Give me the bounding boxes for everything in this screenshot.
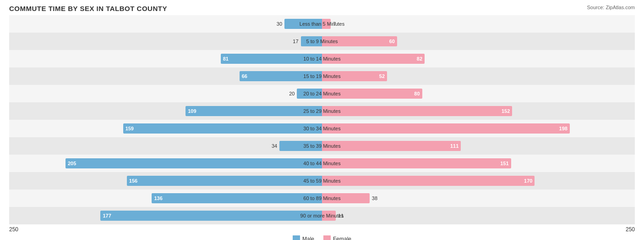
legend-female-box (323, 235, 331, 240)
left-section: 66 (9, 67, 322, 85)
axis-left: 250 (9, 226, 18, 233)
female-value: 80 (412, 91, 422, 96)
male-value: 30 (277, 21, 282, 27)
row-label: 90 or more Minutes (300, 213, 344, 218)
male-value: 34 (272, 143, 277, 149)
right-section: 60 (322, 33, 635, 50)
left-section: 30 (9, 15, 322, 33)
right-section: 152 (322, 102, 635, 120)
table-row: 30 Less than 5 Minutes 7 (9, 15, 635, 33)
row-label: 10 to 14 Minutes (303, 56, 340, 61)
chart-area: 30 Less than 5 Minutes 7 17 5 to 9 Minut… (9, 15, 635, 207)
female-value: 38 (372, 195, 377, 201)
row-label: 15 to 19 Minutes (303, 73, 340, 79)
male-bar: 156 (127, 176, 322, 186)
female-value: 152 (499, 108, 512, 114)
table-row: 81 10 to 14 Minutes 82 (9, 50, 635, 67)
left-section: 159 (9, 120, 322, 137)
table-row: 109 25 to 29 Minutes 152 (9, 102, 635, 120)
chart-container: COMMUTE TIME BY SEX IN TALBOT COUNTY Sou… (0, 0, 644, 240)
female-value: 198 (557, 126, 570, 131)
right-section: 170 (322, 172, 635, 190)
right-section: 111 (322, 137, 635, 155)
female-value: 52 (377, 73, 387, 79)
chart-title: COMMUTE TIME BY SEX IN TALBOT COUNTY (9, 5, 635, 12)
male-value: 159 (123, 126, 136, 131)
legend-male-label: Male (302, 236, 314, 240)
legend: Male Female (9, 235, 635, 240)
source-text: Source: ZipAtlas.com (587, 5, 635, 10)
male-value: 156 (127, 178, 140, 184)
male-bar: 205 (65, 158, 322, 168)
row-label: 30 to 34 Minutes (303, 126, 340, 131)
female-value: 111 (448, 143, 461, 149)
male-bar: 136 (152, 193, 322, 203)
table-row: 156 45 to 59 Minutes 170 (9, 172, 635, 190)
table-row: 136 60 to 89 Minutes 38 (9, 190, 635, 207)
female-bar: 170 (322, 176, 535, 186)
table-row: 205 40 to 44 Minutes 151 (9, 155, 635, 172)
right-section: 38 (322, 190, 635, 207)
row-label: 25 to 29 Minutes (303, 108, 340, 114)
left-section: 205 (9, 155, 322, 172)
table-row: 17 5 to 9 Minutes 60 (9, 33, 635, 50)
axis-right: 250 (626, 226, 635, 233)
male-value: 17 (293, 39, 298, 44)
left-section: 81 (9, 50, 322, 67)
row-label: 60 to 89 Minutes (303, 195, 340, 201)
row-label: Less than 5 Minutes (300, 21, 344, 27)
male-value: 81 (221, 56, 231, 61)
male-value: 109 (186, 108, 198, 114)
row-label: 20 to 24 Minutes (303, 91, 340, 96)
left-section: 109 (9, 102, 322, 120)
right-section: 82 (322, 50, 635, 67)
right-section: 80 (322, 85, 635, 102)
left-section: 17 (9, 33, 322, 50)
left-section: 20 (9, 85, 322, 102)
right-section: 11 (322, 207, 635, 224)
left-section: 136 (9, 190, 322, 207)
female-value: 82 (415, 56, 425, 61)
bars-wrapper: 30 Less than 5 Minutes 7 17 5 to 9 Minut… (9, 15, 635, 224)
axis-row: 250 250 (9, 226, 635, 233)
female-bar: 198 (322, 123, 570, 134)
legend-female: Female (323, 235, 351, 240)
legend-female-label: Female (333, 236, 351, 240)
left-section: 177 (9, 207, 322, 224)
left-section: 34 (9, 137, 322, 155)
table-row: 20 20 to 24 Minutes 80 (9, 85, 635, 102)
right-section: 7 (322, 15, 635, 33)
legend-male-box (293, 235, 300, 240)
right-section: 52 (322, 67, 635, 85)
female-bar: 151 (322, 158, 511, 168)
table-row: 34 35 to 39 Minutes 111 (9, 137, 635, 155)
male-value: 20 (289, 91, 295, 96)
male-value: 66 (240, 73, 250, 79)
female-value: 151 (498, 161, 511, 166)
left-section: 156 (9, 172, 322, 190)
row-label: 35 to 39 Minutes (303, 143, 340, 149)
male-bar: 177 (100, 211, 322, 221)
male-bar: 109 (186, 106, 322, 116)
table-row: 177 90 or more Minutes 11 (9, 207, 635, 224)
male-value: 205 (65, 161, 78, 166)
table-row: 66 15 to 19 Minutes 52 (9, 67, 635, 85)
row-label: 5 to 9 Minutes (306, 39, 338, 44)
legend-male: Male (293, 235, 314, 240)
row-label: 45 to 59 Minutes (303, 178, 340, 184)
table-row: 159 30 to 34 Minutes 198 (9, 120, 635, 137)
female-bar: 152 (322, 106, 512, 116)
right-section: 198 (322, 120, 635, 137)
male-bar: 159 (123, 123, 322, 134)
male-value: 136 (152, 195, 164, 201)
female-bar: 111 (322, 141, 461, 151)
female-value: 60 (387, 39, 397, 44)
right-section: 151 (322, 155, 635, 172)
male-value: 177 (100, 213, 113, 218)
row-label: 40 to 44 Minutes (303, 161, 340, 166)
female-value: 170 (522, 178, 535, 184)
